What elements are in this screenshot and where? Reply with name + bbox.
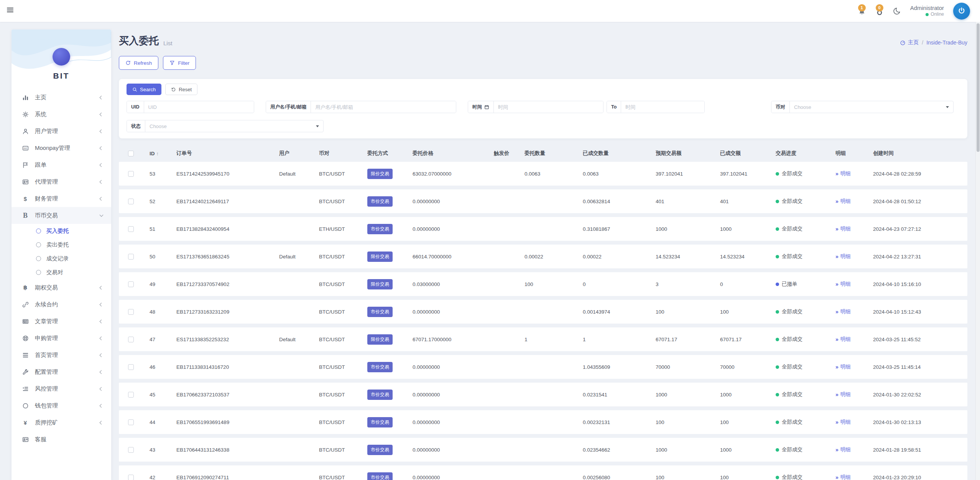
alerts-circle-icon[interactable]: 0 [875,6,884,16]
detail-link[interactable]: » 明细 [835,198,851,205]
detail-link[interactable]: » 明细 [835,391,851,398]
cell-price: 0.00000000 [413,199,494,204]
cell-id: 43 [150,447,176,453]
time-to-input[interactable] [621,101,704,113]
row-checkbox[interactable] [128,281,134,287]
sidebar-subitem-1[interactable]: 卖出委托 [12,238,111,252]
cell-amount: 100 [525,281,583,287]
cell-order-no: EB1712733163231209 [176,309,279,315]
sidebar-item-2[interactable]: 用户管理 [12,123,111,140]
row-checkbox[interactable] [128,226,134,232]
row-checkbox[interactable] [128,475,134,480]
detail-link[interactable]: » 明细 [835,225,851,232]
detail-link[interactable]: » 明细 [835,474,851,480]
cell-filled-value: 1000 [720,447,776,453]
row-checkbox[interactable] [128,199,134,204]
sidebar-item-3[interactable]: CC Moonpay管理 [12,140,111,156]
avatar[interactable] [953,3,970,20]
cell-user: Default [279,171,319,177]
cell-created-time: 2024-04-10 15:16:10 [873,281,958,287]
order-type-badge: 限价交易 [367,169,393,179]
sidebar-subitem-3[interactable]: 交易对 [12,265,111,279]
double-arrow-icon: » [835,253,839,260]
row-checkbox[interactable] [128,364,134,370]
scrollbar-thumb[interactable] [977,23,980,152]
order-type-badge: 市价交易 [367,472,393,480]
column-header-0[interactable]: ID↑ [150,150,176,157]
sidebar-item-13[interactable]: 配置管理 [12,363,111,380]
dark-mode-moon-icon[interactable] [893,7,901,15]
undo-icon [171,87,176,92]
column-header-10: 已成交额 [720,150,776,157]
sidebar-item-8[interactable]: ฿ 期权交易 [12,279,111,296]
status-select[interactable]: Choose [145,120,323,132]
uid-input[interactable] [144,101,254,113]
scrollbar-track[interactable] [975,22,980,480]
cell-progress: 已撤单 [776,281,835,288]
sidebar-item-4[interactable]: 跟单 [12,156,111,173]
sidebar-item-5[interactable]: 代理管理 [12,173,111,190]
page-subtitle: List [163,40,172,48]
sidebar-subitem-2[interactable]: 成交记录 [12,252,111,265]
cell-created-time: 2024-03-25 11:45:14 [873,364,958,370]
cell-order-no: EB1712733370574902 [176,281,279,287]
sidebar-item-10[interactable]: 文章管理 [12,313,111,330]
sidebar-item-14[interactable]: 风控管理 [12,380,111,397]
detail-link[interactable]: » 明细 [835,363,851,370]
sidebar-item-16[interactable]: ¥ 质押挖矿 [12,414,111,431]
sidebar-item-9[interactable]: 永续合约 [12,296,111,313]
cell-amount: 1 [525,337,583,342]
order-type-badge: 市价交易 [367,417,393,427]
row-checkbox[interactable] [128,419,134,425]
cell-progress: 全部成交 [776,225,835,232]
sidebar-item-0[interactable]: 主页 [12,89,111,106]
chain-icon [21,301,29,308]
cell-created-time: 2024-01-28 19:58:51 [873,447,958,453]
time-from-input[interactable] [494,101,603,113]
cell-price: 0.00000000 [413,447,494,453]
sidebar-item-1[interactable]: 系统 [12,106,111,123]
select-all-checkbox[interactable] [128,151,134,156]
bell-notification-icon[interactable]: 1 [858,6,866,16]
detail-link[interactable]: » 明细 [835,419,851,426]
row-checkbox[interactable] [128,447,134,453]
sidebar-item-6[interactable]: $ 财务管理 [12,190,111,207]
hamburger-menu-icon[interactable] [7,8,13,13]
row-checkbox[interactable] [128,254,134,260]
detail-link[interactable]: » 明细 [835,308,851,315]
dollar-icon: $ [21,196,29,202]
sidebar-item-12[interactable]: 首页管理 [12,347,111,363]
cell-progress: 全部成交 [776,170,835,177]
filter-button[interactable]: Filter [163,56,196,70]
chevron-icon [100,213,104,217]
detail-link[interactable]: » 明细 [835,253,851,260]
sidebar-subitem-0[interactable]: 买入委托 [12,224,111,238]
account-input[interactable] [311,101,456,113]
table-row: 53 ES1714242539945170 Default BTC/USDT 限… [119,162,967,186]
sidebar-item-7[interactable]: B 币币交易 [12,207,111,224]
chart-icon [21,94,29,101]
user-block[interactable]: Administrator Online [910,5,944,18]
double-arrow-icon: » [835,364,839,370]
detail-link[interactable]: » 明细 [835,281,851,288]
chevron-icon [100,421,104,424]
reset-button[interactable]: Reset [165,84,197,95]
table-row: 50 ES1713763651863245 Default BTC/USDT 限… [119,245,967,268]
sidebar-item-11[interactable]: 申购管理 [12,330,111,347]
row-checkbox[interactable] [128,337,134,342]
row-checkbox[interactable] [128,171,134,177]
detail-link[interactable]: » 明细 [835,170,851,177]
detail-link-label: 明细 [840,391,851,398]
detail-link[interactable]: » 明细 [835,336,851,343]
detail-link[interactable]: » 明细 [835,446,851,453]
row-checkbox[interactable] [128,309,134,315]
sidebar-item-17[interactable]: 客服 [12,431,111,448]
sidebar-item-15[interactable]: 钱包管理 [12,397,111,414]
breadcrumb-home-link[interactable]: 主页 [900,39,919,46]
cell-pair: BTC/USDT [319,392,367,398]
refresh-button[interactable]: Refresh [119,56,158,70]
search-button[interactable]: Search [127,84,161,95]
pair-select[interactable]: Choose [790,101,953,113]
double-arrow-icon: » [835,474,839,480]
row-checkbox[interactable] [128,392,134,398]
